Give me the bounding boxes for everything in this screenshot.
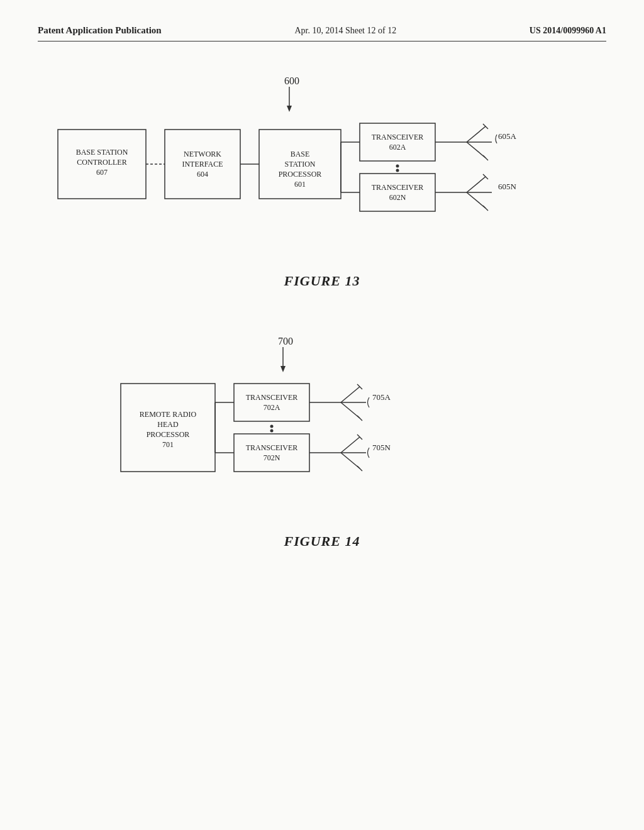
svg-point-55 [270, 429, 274, 433]
fig14-antenna-a-label: 705A [372, 392, 391, 402]
svg-text:INTERFACE: INTERFACE [182, 160, 223, 169]
svg-point-54 [270, 425, 274, 428]
svg-text:NETWORK: NETWORK [184, 150, 221, 158]
svg-text:PROCESSOR: PROCESSOR [279, 170, 322, 179]
svg-text:REMOTE RADIO: REMOTE RADIO [140, 410, 197, 419]
svg-line-38 [483, 206, 488, 211]
figure14-label: FIGURE 14 [38, 533, 606, 550]
header-center: Apr. 10, 2014 Sheet 12 of 12 [294, 26, 396, 36]
svg-rect-48 [234, 434, 309, 472]
svg-line-58 [341, 402, 360, 418]
svg-line-35 [467, 192, 486, 208]
svg-line-64 [341, 453, 360, 468]
figure14-diagram: 700 REMOTE RADIO HEAD PROCESSOR 701 TRAN… [102, 327, 542, 522]
svg-text:604: 604 [197, 170, 208, 179]
svg-text:TRANSCEIVER: TRANSCEIVER [372, 133, 424, 141]
header-right: US 2014/0099960 A1 [530, 26, 606, 36]
svg-marker-0 [287, 106, 292, 112]
page-header: Patent Application Publication Apr. 10, … [38, 25, 606, 42]
svg-rect-45 [234, 384, 309, 421]
svg-rect-19 [360, 174, 435, 211]
fig13-ref-number: 600 [284, 75, 299, 86]
svg-text:602N: 602N [389, 193, 406, 202]
svg-point-26 [396, 169, 399, 172]
svg-point-25 [396, 165, 399, 168]
svg-line-32 [483, 155, 488, 160]
svg-text:702N: 702N [264, 453, 280, 462]
svg-text:BASE: BASE [291, 150, 310, 158]
svg-text:TRANSCEIVER: TRANSCEIVER [246, 443, 298, 452]
svg-text:CONTROLLER: CONTROLLER [77, 158, 126, 167]
svg-text:TRANSCEIVER: TRANSCEIVER [372, 183, 424, 192]
svg-rect-16 [360, 123, 435, 161]
svg-marker-39 [280, 366, 286, 372]
svg-text:602A: 602A [389, 143, 406, 152]
fig13-antenna-n-label: 605N [498, 182, 517, 191]
svg-text:HEAD: HEAD [157, 420, 179, 429]
svg-line-29 [467, 142, 486, 158]
svg-line-67 [357, 466, 362, 471]
header-left: Patent Application Publication [38, 25, 162, 36]
page: Patent Application Publication Apr. 10, … [0, 0, 644, 830]
figure14-section: 700 REMOTE RADIO HEAD PROCESSOR 701 TRAN… [38, 327, 606, 550]
svg-text:607: 607 [96, 168, 108, 177]
fig13-antenna-a-label: 605A [498, 131, 517, 141]
figure13-diagram: 600 BASE STATION CONTROLLER 607 NETWORK … [39, 67, 605, 262]
svg-text:TRANSCEIVER: TRANSCEIVER [246, 393, 298, 402]
svg-line-63 [341, 437, 360, 453]
svg-line-61 [357, 416, 362, 421]
svg-text:701: 701 [162, 440, 174, 449]
fig14-antenna-n-label: 705N [372, 443, 391, 452]
svg-line-34 [467, 177, 486, 192]
svg-text:STATION: STATION [284, 160, 315, 169]
svg-text:702A: 702A [264, 403, 280, 412]
figure13-section: 600 BASE STATION CONTROLLER 607 NETWORK … [38, 67, 606, 289]
fig14-ref-number: 700 [278, 336, 293, 346]
svg-text:601: 601 [294, 180, 306, 189]
svg-line-57 [341, 387, 360, 402]
svg-text:PROCESSOR: PROCESSOR [147, 430, 190, 439]
svg-line-28 [467, 126, 486, 142]
svg-text:BASE STATION: BASE STATION [76, 148, 128, 157]
figure13-label: FIGURE 13 [38, 273, 606, 289]
